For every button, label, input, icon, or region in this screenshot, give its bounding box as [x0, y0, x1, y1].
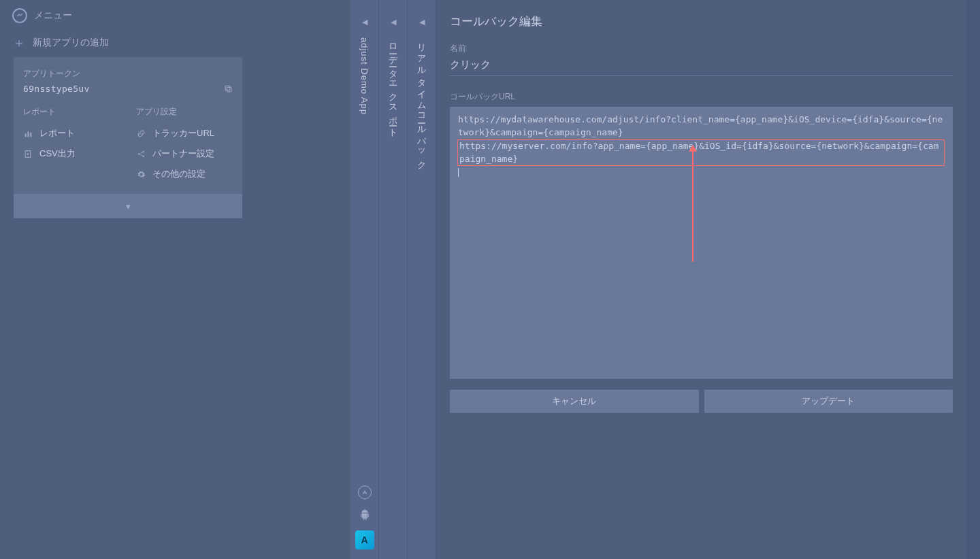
chevron-down-icon: ▾ [126, 201, 131, 211]
link-icon [136, 129, 146, 138]
caret-left-icon: ◀ [362, 18, 368, 27]
share-icon [136, 149, 146, 158]
svg-rect-4 [30, 132, 31, 137]
bar-chart-icon [23, 129, 33, 138]
link-report-label: レポート [39, 127, 75, 139]
app-card: アプリトークン 69nsstype5uv レポート レポート [14, 57, 242, 218]
name-input[interactable]: クリック [450, 58, 953, 76]
url-label: コールバックURL [450, 91, 953, 103]
slat-realtime-label: リアルタイムコールバック [416, 37, 428, 166]
file-export-icon [23, 149, 33, 158]
report-column: レポート レポート CSV出力 [23, 106, 120, 184]
slat-export[interactable]: ◀ ローデータエクスポート [379, 0, 408, 559]
link-other-label: その他の設定 [152, 168, 206, 180]
settings-header: アプリ設定 [136, 106, 233, 118]
token-value: 69nsstype5uv [23, 84, 90, 94]
scroll-gutter[interactable] [966, 0, 980, 559]
page-title: コールバック編集 [450, 14, 953, 29]
svg-point-7 [142, 151, 144, 152]
link-other[interactable]: その他の設定 [136, 164, 233, 184]
url-segment-2: https://myserver.com/info?app_name={app_… [459, 141, 938, 164]
svg-point-6 [138, 153, 140, 154]
link-partner-label: パートナー設定 [152, 148, 214, 160]
slat-app-label: adjust Demo App [359, 37, 370, 115]
link-csv-label: CSV出力 [39, 148, 76, 160]
link-tracker-label: トラッカーURL [152, 127, 214, 139]
caret-left-icon: ◀ [419, 18, 425, 27]
android-icon[interactable] [359, 509, 371, 521]
svg-rect-3 [27, 131, 29, 137]
link-tracker[interactable]: トラッカーURL [136, 123, 233, 143]
callback-url-textarea[interactable]: https://mydatawarehouse.com/adjust/info?… [450, 107, 953, 379]
link-report[interactable]: レポート [23, 123, 120, 143]
callback-url-text: https://mydatawarehouse.com/adjust/info?… [458, 114, 945, 179]
update-button[interactable]: アップデート [704, 390, 953, 413]
card-expand-toggle[interactable]: ▾ [14, 194, 242, 218]
svg-rect-2 [24, 133, 26, 137]
link-partner[interactable]: パートナー設定 [136, 143, 233, 164]
button-row: キャンセル アップデート [450, 390, 953, 413]
annotation-arrow [692, 150, 693, 262]
copy-icon[interactable] [224, 84, 233, 93]
report-header: レポート [23, 106, 120, 118]
settings-column: アプリ設定 トラッカーURL パートナー設定 [136, 106, 233, 184]
left-sidebar: メニュー ＋ 新規アプリの追加 アプリトークン 69nsstype5uv レポー… [0, 0, 350, 559]
slat-app-icons: A [355, 486, 374, 549]
name-label: 名前 [450, 43, 953, 54]
svg-rect-1 [225, 86, 230, 90]
cancel-button[interactable]: キャンセル [450, 390, 699, 413]
add-app-label: 新規アプリの追加 [33, 37, 109, 49]
adjust-logo-icon [12, 8, 27, 23]
svg-point-8 [142, 155, 144, 156]
adjust-badge-icon[interactable]: A [355, 530, 374, 549]
url-segment-1: https://mydatawarehouse.com/adjust/info?… [458, 114, 943, 137]
gear-icon [136, 169, 146, 179]
main-panel: コールバック編集 名前 クリック コールバックURL https://mydat… [436, 0, 966, 559]
token-label: アプリトークン [23, 68, 233, 80]
add-app-row[interactable]: ＋ 新規アプリの追加 [0, 29, 350, 57]
slat-export-label: ローデータエクスポート [387, 37, 399, 134]
plus-icon: ＋ [14, 37, 24, 48]
link-csv[interactable]: CSV出力 [23, 143, 120, 164]
slat-realtime[interactable]: ◀ リアルタイムコールバック [408, 0, 436, 559]
slat-app[interactable]: ◀ adjust Demo App A [350, 0, 379, 559]
svg-rect-0 [227, 87, 231, 92]
caret-left-icon: ◀ [391, 18, 396, 27]
menu-header[interactable]: メニュー [0, 0, 350, 29]
menu-label: メニュー [34, 10, 72, 22]
appstore-icon[interactable] [358, 486, 372, 499]
